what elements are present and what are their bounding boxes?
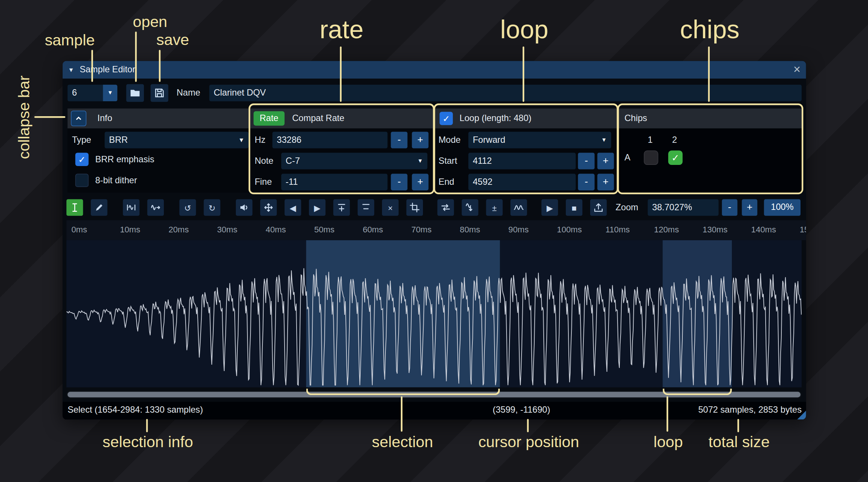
filter-button[interactable] xyxy=(510,199,527,216)
timeline-label: 80ms xyxy=(460,225,480,234)
selection-info-text: Select (1654-2984: 1330 samples) xyxy=(67,405,203,415)
timeline-label: 10ms xyxy=(120,225,140,234)
insert-silence-button[interactable] xyxy=(333,199,350,216)
trim-button[interactable] xyxy=(406,199,423,216)
annotation-chips: chips xyxy=(680,14,740,44)
create-wavetable-icon xyxy=(594,202,604,213)
open-button[interactable] xyxy=(126,84,144,102)
annotation-loop-marker: loop xyxy=(654,433,683,451)
name-input[interactable]: Clarinet DQV xyxy=(209,85,802,101)
brr-emphasis-label: BRR emphasis xyxy=(95,151,154,168)
undo-icon: ↺ xyxy=(184,204,191,212)
zoom-in-button[interactable]: + xyxy=(742,199,757,216)
annotation-total-size: total size xyxy=(709,433,770,451)
fade-in-icon: ◀ xyxy=(290,204,296,212)
collapse-bar-button[interactable] xyxy=(71,111,86,126)
create-wavetable-button[interactable] xyxy=(590,199,607,216)
window-title: Sample Editor xyxy=(79,65,135,75)
timeline-label: 150ms xyxy=(800,225,806,234)
zoom-value: 38.7027% xyxy=(652,202,692,212)
window-titlebar[interactable]: ▼ Sample Editor × xyxy=(63,61,806,78)
insert-silence-icon xyxy=(337,202,347,213)
save-button[interactable] xyxy=(151,84,168,102)
callout-line xyxy=(523,46,524,102)
callout-line xyxy=(527,419,529,432)
preview-play-button[interactable]: ▶ xyxy=(541,199,558,216)
fade-out-button[interactable]: ▶ xyxy=(309,199,325,216)
dropdown-arrow-icon[interactable]: ▼ xyxy=(103,85,117,101)
timeline-label: 90ms xyxy=(508,225,529,234)
preview-stop-button[interactable]: ■ xyxy=(566,199,582,216)
resize-grip[interactable] xyxy=(797,411,806,420)
total-size-text: 5072 samples, 2853 bytes xyxy=(698,405,802,415)
dither-label: 8-bit dither xyxy=(95,172,137,189)
amplify-button[interactable] xyxy=(236,199,252,216)
type-label: Type xyxy=(72,132,91,148)
sample-select-value: 6 xyxy=(72,88,77,97)
callout-line xyxy=(91,50,93,82)
callout-line xyxy=(340,46,342,102)
info-title: Info xyxy=(97,114,112,124)
rate-outline xyxy=(249,103,435,194)
screenshot-stage: ▼ Sample Editor × 6 ▼ Name Clarinet DQV … xyxy=(0,0,868,482)
folder-open-icon xyxy=(130,87,141,99)
annotation-sample: sample xyxy=(45,31,94,49)
select-mode-icon xyxy=(70,202,80,213)
annotation-collapse-bar: collapse bar xyxy=(15,76,33,159)
zoom-reset-button[interactable]: 100% xyxy=(764,199,801,216)
reverse-button[interactable] xyxy=(437,199,454,216)
resize-button[interactable] xyxy=(123,199,139,216)
annotation-selection-info: selection info xyxy=(103,433,193,451)
timeline-label: 40ms xyxy=(265,225,286,234)
dither-checkbox[interactable] xyxy=(75,174,88,187)
fade-in-button[interactable]: ◀ xyxy=(285,199,301,216)
zoom-out-button[interactable]: - xyxy=(722,199,737,216)
waveform xyxy=(66,240,802,388)
sign-button[interactable]: ± xyxy=(486,199,502,216)
brr-emphasis-checkbox[interactable]: ✓ xyxy=(75,153,88,166)
select-mode-button[interactable] xyxy=(66,199,83,216)
timeline-label: 100ms xyxy=(557,225,582,234)
timeline-label: 50ms xyxy=(314,225,334,234)
dropdown-arrow-icon[interactable]: ▼ xyxy=(234,132,249,148)
timeline-label: 20ms xyxy=(168,225,189,234)
check-icon: ✓ xyxy=(78,154,86,165)
invert-button[interactable] xyxy=(462,199,478,216)
draw-mode-button[interactable] xyxy=(91,199,107,216)
resample-button[interactable] xyxy=(147,199,164,216)
callout-line xyxy=(146,419,148,432)
annotation-save: save xyxy=(156,31,189,49)
zoom-label: Zoom xyxy=(616,199,638,216)
zoom-input[interactable]: 38.7027% xyxy=(648,199,719,216)
remove-silence-button[interactable] xyxy=(358,199,374,216)
timeline-label: 120ms xyxy=(654,225,679,234)
normalize-button[interactable] xyxy=(260,199,277,216)
callout-line xyxy=(401,396,402,431)
delete-icon: × xyxy=(388,204,393,212)
cursor-position-text: (3599, -11690) xyxy=(493,405,550,415)
fade-out-icon: ▶ xyxy=(314,204,320,212)
timeline-label: 70ms xyxy=(411,225,432,234)
loop-bracket xyxy=(663,389,732,395)
sample-select[interactable]: 6 ▼ xyxy=(67,85,117,101)
collapse-window-icon[interactable]: ▼ xyxy=(68,66,74,73)
info-section: Info Type BRR ▼ ✓ BRR emphasis 8-bit dit… xyxy=(67,108,250,192)
timeline-label: 30ms xyxy=(217,225,237,234)
undo-button[interactable]: ↺ xyxy=(179,199,196,216)
redo-button[interactable]: ↻ xyxy=(204,199,220,216)
remove-silence-icon xyxy=(361,202,371,213)
delete-button[interactable]: × xyxy=(382,199,399,216)
type-select[interactable]: BRR ▼ xyxy=(105,132,249,148)
draw-mode-icon xyxy=(94,202,104,213)
waveform-area[interactable] xyxy=(66,240,802,388)
resize-icon xyxy=(126,202,136,213)
close-icon[interactable]: × xyxy=(793,64,801,76)
resample-icon xyxy=(151,202,161,213)
filter-icon xyxy=(514,202,524,213)
callout-line xyxy=(135,31,136,82)
annotation-cursor-position: cursor position xyxy=(478,433,579,451)
type-select-value: BRR xyxy=(109,135,128,144)
callout-line xyxy=(708,46,709,102)
timeline-label: 140ms xyxy=(751,225,776,234)
toolbar: Zoom 38.7027% - + 100% ↺↻◀▶×±▶■ xyxy=(63,198,806,218)
